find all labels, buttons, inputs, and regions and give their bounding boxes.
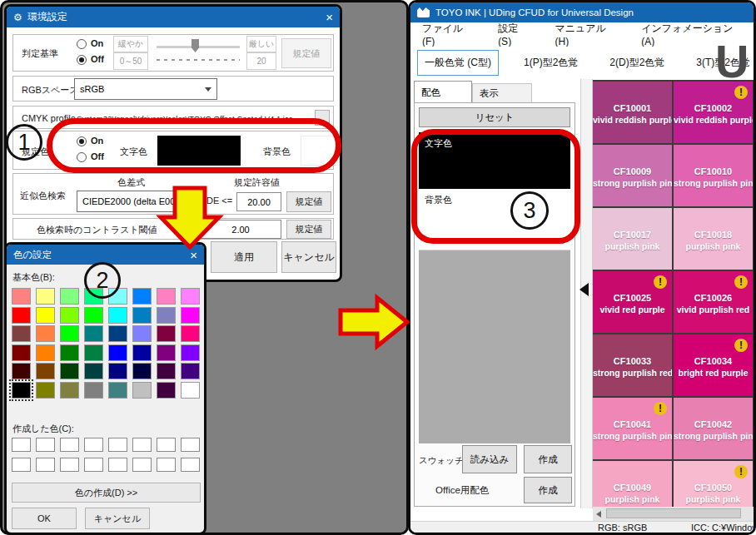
basic-color-swatch[interactable] bbox=[36, 363, 55, 379]
basic-color-swatch[interactable] bbox=[132, 344, 152, 361]
custom-color-swatch[interactable] bbox=[36, 438, 55, 452]
basic-color-swatch[interactable] bbox=[12, 325, 31, 342]
basic-color-swatch[interactable] bbox=[157, 325, 176, 342]
color-swatch-cf10017[interactable]: CF10017purplish pink bbox=[593, 208, 672, 270]
custom-color-swatch[interactable] bbox=[12, 458, 31, 472]
basic-color-swatch[interactable] bbox=[108, 363, 127, 379]
basic-color-swatch[interactable] bbox=[108, 307, 127, 324]
basic-color-swatch[interactable] bbox=[12, 288, 31, 305]
env-dialog-titlebar[interactable]: ⚙ 環境設定 × bbox=[7, 7, 340, 27]
palette-list-area[interactable] bbox=[419, 250, 570, 443]
custom-color-swatch[interactable] bbox=[181, 438, 200, 452]
custom-color-swatch[interactable] bbox=[132, 438, 152, 452]
basic-color-swatch[interactable] bbox=[84, 382, 103, 399]
menu-item[interactable]: ファイル (F) bbox=[422, 22, 475, 47]
office-create-button[interactable]: 作成 bbox=[524, 477, 572, 503]
basic-color-swatch[interactable] bbox=[132, 382, 152, 399]
basic-color-swatch[interactable] bbox=[181, 344, 200, 361]
basic-color-swatch[interactable] bbox=[108, 344, 127, 361]
color-swatch-cf10018[interactable]: CF10018purplish pink bbox=[674, 208, 753, 270]
basic-color-swatch[interactable] bbox=[108, 382, 127, 399]
basic-color-swatch[interactable] bbox=[60, 307, 79, 324]
color-swatch-cf10026[interactable]: CF10026vivid purplish red! bbox=[674, 271, 753, 333]
define-colors-button[interactable]: 色の作成(D) >> bbox=[12, 483, 201, 503]
create-button[interactable]: 作成 bbox=[524, 445, 572, 473]
basic-color-swatch[interactable] bbox=[36, 288, 55, 305]
basic-color-swatch[interactable] bbox=[36, 344, 55, 361]
tolerance-input[interactable]: 20.00 bbox=[236, 192, 281, 211]
custom-color-swatch[interactable] bbox=[157, 438, 176, 452]
custom-color-swatch[interactable] bbox=[108, 438, 127, 452]
basic-color-swatch[interactable] bbox=[12, 344, 31, 361]
custom-color-swatch[interactable] bbox=[36, 458, 55, 472]
basic-color-swatch[interactable] bbox=[84, 363, 103, 379]
scroll-left-icon[interactable] bbox=[596, 511, 601, 518]
custom-color-swatch[interactable] bbox=[108, 458, 127, 472]
contrast-default-button[interactable]: 規定値 bbox=[286, 220, 331, 239]
basic-color-swatch[interactable] bbox=[157, 307, 176, 324]
collapse-left-icon[interactable] bbox=[579, 283, 589, 296]
basic-color-swatch[interactable] bbox=[60, 382, 79, 399]
color-swatch-cf10042[interactable]: CF10042strong purplish pink bbox=[674, 398, 753, 459]
custom-color-swatch[interactable] bbox=[12, 438, 31, 452]
basic-color-swatch[interactable] bbox=[157, 363, 176, 379]
ok-button[interactable]: OK bbox=[12, 508, 77, 529]
vision-tab[interactable]: 2(D)型2色覚 bbox=[603, 51, 671, 75]
vision-tab[interactable]: 1(P)型2色覚 bbox=[517, 51, 584, 75]
basic-color-swatch[interactable] bbox=[36, 307, 55, 324]
custom-color-swatch[interactable] bbox=[60, 458, 79, 472]
judgment-slider-thumb[interactable] bbox=[191, 39, 199, 52]
custom-color-swatch[interactable] bbox=[157, 458, 176, 472]
basic-color-swatch[interactable] bbox=[84, 307, 103, 324]
basic-color-swatch[interactable] bbox=[12, 382, 31, 399]
basic-color-swatch[interactable] bbox=[132, 363, 152, 379]
color-swatch-cf10025[interactable]: CF10025vivid red purple! bbox=[593, 271, 672, 333]
basic-color-swatch[interactable] bbox=[12, 307, 31, 324]
custom-color-swatch[interactable] bbox=[132, 458, 152, 472]
color-swatch-cf10050[interactable]: CF10050purplish pink! bbox=[674, 461, 753, 507]
horizontal-scrollbar[interactable] bbox=[593, 507, 754, 521]
custom-color-swatch[interactable] bbox=[181, 458, 200, 472]
scrollbar-thumb[interactable] bbox=[606, 508, 741, 518]
color-swatch-cf10002[interactable]: CF10002vivid reddish purple! bbox=[674, 82, 753, 143]
basic-color-swatch[interactable] bbox=[132, 288, 152, 305]
color-swatch-cf10049[interactable]: CF10049purplish pink bbox=[593, 461, 672, 507]
basic-color-swatch[interactable] bbox=[181, 307, 200, 324]
judgment-default-button[interactable]: 規定値 bbox=[281, 38, 331, 68]
picker-cancel-button[interactable]: キャンセル bbox=[85, 508, 150, 529]
basic-color-swatch[interactable] bbox=[60, 363, 79, 379]
basic-color-swatch[interactable] bbox=[132, 307, 152, 324]
color-swatch-cf10009[interactable]: CF10009strong purplish pink bbox=[593, 145, 672, 206]
color-swatch-cf10041[interactable]: CF10041strong purplish pink! bbox=[593, 398, 672, 459]
judgment-off-radio[interactable] bbox=[77, 55, 87, 65]
basic-color-swatch[interactable] bbox=[181, 382, 200, 399]
judgment-on-radio[interactable] bbox=[77, 39, 87, 49]
app-titlebar[interactable]: TOYO INK | UDing CFUD for Universal Desi… bbox=[410, 2, 754, 22]
close-icon[interactable]: × bbox=[326, 10, 333, 24]
basic-color-swatch[interactable] bbox=[181, 288, 200, 305]
custom-color-swatch[interactable] bbox=[60, 438, 79, 452]
color-swatch-cf10001[interactable]: CF10001vivid reddish purple bbox=[593, 82, 672, 143]
basic-color-swatch[interactable] bbox=[157, 344, 176, 361]
basic-color-swatch[interactable] bbox=[12, 363, 31, 379]
basic-color-swatch[interactable] bbox=[84, 344, 103, 361]
basic-color-swatch[interactable] bbox=[84, 325, 103, 342]
basic-color-swatch[interactable] bbox=[36, 382, 55, 399]
basic-color-swatch[interactable] bbox=[36, 325, 55, 342]
color-swatch-cf10033[interactable]: CF10033strong purplish red bbox=[593, 334, 672, 396]
reset-button[interactable]: リセット bbox=[419, 107, 570, 127]
custom-color-swatch[interactable] bbox=[84, 438, 103, 452]
basic-color-swatch[interactable] bbox=[60, 288, 79, 305]
tab-palette[interactable]: 配色 bbox=[414, 81, 472, 103]
color-swatch-cf10010[interactable]: CF10010strong purplish pink bbox=[674, 145, 753, 206]
rgb-space-select[interactable]: sRGB bbox=[74, 78, 217, 100]
basic-color-swatch[interactable] bbox=[157, 382, 176, 399]
vision-tab[interactable]: 一般色覚 (C型) bbox=[417, 50, 499, 76]
basic-color-swatch[interactable] bbox=[132, 325, 152, 342]
menu-item[interactable]: 設定 (S) bbox=[498, 22, 531, 47]
basic-color-swatch[interactable] bbox=[60, 325, 79, 342]
custom-color-swatch[interactable] bbox=[84, 458, 103, 472]
basic-color-swatch[interactable] bbox=[108, 325, 127, 342]
basic-color-swatch[interactable] bbox=[181, 363, 200, 379]
cancel-button[interactable]: キャンセル bbox=[281, 241, 336, 273]
